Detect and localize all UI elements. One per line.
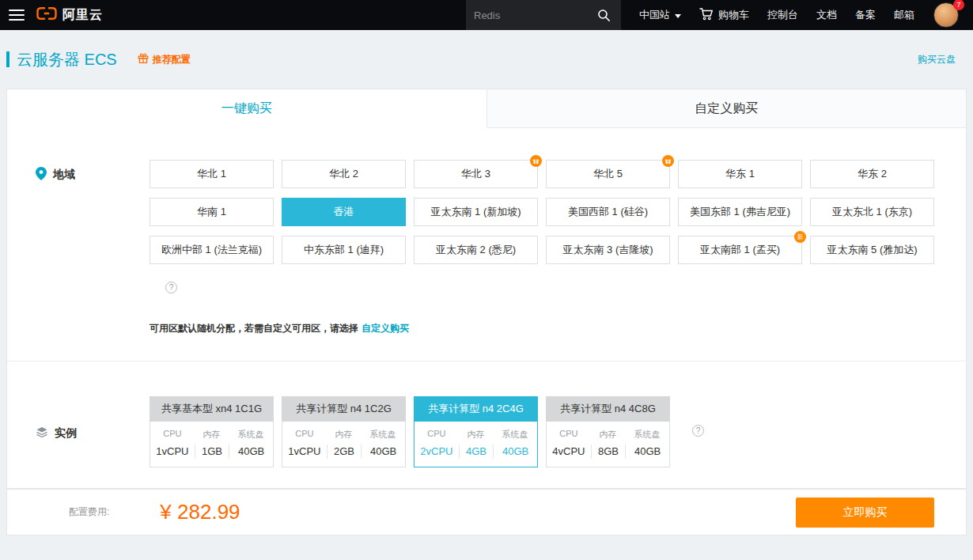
region-button[interactable]: 欧洲中部 1 (法兰克福) [150, 236, 274, 264]
spec-value-memory: 4GB [459, 445, 493, 459]
nav-docs[interactable]: 文档 [816, 8, 837, 22]
region-button[interactable]: 华北 2 [282, 160, 406, 188]
region-button[interactable]: 亚太东南 5 (雅加达) [810, 236, 934, 264]
promo-gift-badge [662, 155, 674, 167]
instance-card-specs: CPU 内存 系统盘 2vCPU 4GB 40GB [414, 422, 538, 467]
region-button[interactable]: 亚太东南 1 (新加坡) [414, 198, 538, 226]
region-button-label: 亚太东北 1 (东京) [832, 205, 912, 219]
region-button[interactable]: 华北 3 [414, 160, 538, 188]
site-region-label: 中国站 [639, 8, 670, 22]
new-badge: 新 [794, 231, 806, 243]
spec-value-cpu: 4vCPU [547, 445, 591, 459]
aliyun-logo[interactable]: 阿里云 [36, 7, 103, 24]
region-button-label: 华东 2 [858, 167, 887, 181]
custom-buy-link[interactable]: 自定义购买 [362, 323, 409, 334]
region-button[interactable]: 华东 1 [678, 160, 802, 188]
instance-card-title-text: 共享基本型 xn4 1C1G [161, 402, 262, 416]
instance-cards: 共享基本型 xn4 1C1G CPU 内存 系统盘 1vCPU 1GB 40GB… [150, 396, 966, 467]
region-button[interactable]: 美国西部 1 (硅谷) [546, 198, 670, 226]
region-button[interactable]: 亚太东南 3 (吉隆坡) [546, 236, 670, 264]
instance-card-specs: CPU 内存 系统盘 1vCPU 1GB 40GB [150, 422, 274, 467]
region-button-label: 中东东部 1 (迪拜) [304, 243, 384, 257]
region-button[interactable]: 华东 2 [810, 160, 934, 188]
region-button-label: 华北 2 [329, 167, 358, 181]
region-button-label: 美国东部 1 (弗吉尼亚) [690, 205, 790, 219]
instance-card-n4-1c2g[interactable]: 共享计算型 n4 1C2G CPU 内存 系统盘 1vCPU 2GB 40GB [282, 396, 406, 467]
region-button[interactable]: 亚太东南 2 (悉尼) [414, 236, 538, 264]
region-button-label: 华北 5 [593, 167, 623, 181]
instance-section-title: 实例 [55, 426, 77, 441]
nav-cart[interactable]: 购物车 [699, 7, 749, 23]
region-section: 地域 华北 1 华北 2 华北 3 华北 5 华东 1 华东 2 华南 1 香港… [7, 128, 966, 361]
spec-label-disk: 系统盘 [361, 429, 405, 441]
region-button-label: 欧洲中部 1 (法兰克福) [161, 243, 262, 257]
instance-card-title-text: 共享计算型 n4 1C2G [296, 402, 392, 416]
region-button-selected[interactable]: 香港 [282, 198, 406, 226]
instance-card-specs: CPU 内存 系统盘 4vCPU 8GB 40GB [546, 422, 670, 467]
search-input[interactable] [474, 9, 594, 21]
notification-badge: 7 [953, 0, 964, 10]
nav-mail[interactable]: 邮箱 [894, 8, 914, 22]
spec-label-disk: 系统盘 [493, 429, 537, 441]
promo-gift-badge [530, 155, 542, 167]
availability-zone-note: 可用区默认随机分配，若需自定义可用区，请选择自定义购买 [150, 322, 966, 361]
region-button[interactable]: 中东东部 1 (迪拜) [282, 236, 406, 264]
hamburger-menu-icon[interactable] [0, 0, 33, 30]
nav-console[interactable]: 控制台 [767, 8, 798, 22]
region-row: 华南 1 香港 亚太东南 1 (新加坡) 美国西部 1 (硅谷) 美国东部 1 … [150, 198, 966, 226]
buy-now-button[interactable]: 立即购买 [796, 498, 934, 528]
nav-beian[interactable]: 备案 [855, 8, 876, 22]
region-button[interactable]: 美国东部 1 (弗吉尼亚) [678, 198, 802, 226]
instance-card-n4-4c8g[interactable]: 共享计算型 n4 4C8G CPU 内存 系统盘 4vCPU 8GB 40GB [546, 396, 670, 467]
spec-labels: CPU 内存 系统盘 [547, 429, 669, 441]
spec-value-memory: 2GB [327, 445, 361, 459]
checkout-bar: 配置费用: ¥ 282.99 立即购买 [6, 489, 967, 535]
instance-section-label: 实例 [36, 426, 150, 441]
region-button-label: 亚太东南 1 (新加坡) [430, 205, 521, 219]
availability-zone-note-text: 可用区默认随机分配，若需自定义可用区，请选择 [150, 323, 358, 334]
spec-label-memory: 内存 [459, 429, 493, 441]
region-button[interactable]: 亚太南部 1 (孟买) 新 [678, 236, 802, 264]
cart-icon [699, 7, 714, 23]
region-button-label: 亚太南部 1 (孟买) [700, 243, 780, 257]
region-button[interactable]: 华北 5 [546, 160, 670, 188]
page-title: 云服务器 ECS [6, 49, 117, 70]
spec-value-memory: 8GB [591, 445, 625, 459]
help-icon[interactable] [692, 425, 704, 437]
region-row: 欧洲中部 1 (法兰克福) 中东东部 1 (迪拜) 亚太东南 2 (悉尼) 亚太… [150, 236, 966, 264]
tab-one-click-buy[interactable]: 一键购买 [7, 89, 486, 128]
user-avatar[interactable]: 7 [933, 2, 959, 28]
layers-icon [36, 426, 48, 441]
instance-card-title: 共享计算型 n4 2C4G [414, 396, 538, 422]
instance-card-title: 共享计算型 n4 1C2G [282, 396, 406, 422]
site-region-selector[interactable]: 中国站 [639, 8, 681, 22]
region-button[interactable]: 亚太东北 1 (东京) [810, 198, 934, 226]
instance-card-specs: CPU 内存 系统盘 1vCPU 2GB 40GB [282, 422, 406, 467]
region-button[interactable]: 华北 1 [150, 160, 274, 188]
search-icon[interactable] [594, 6, 613, 25]
spec-value-cpu: 1vCPU [282, 445, 327, 459]
region-button-label: 华东 1 [725, 167, 755, 181]
help-icon[interactable] [165, 282, 177, 293]
purchase-tabs: 一键购买 自定义购买 [7, 89, 966, 128]
topbar-search [466, 0, 621, 30]
price-total: ¥ 282.99 [160, 500, 240, 524]
region-section-title: 地域 [53, 168, 75, 182]
spec-values: 1vCPU 1GB 40GB [150, 445, 273, 459]
purchase-panel: 一键购买 自定义购买 地域 华北 1 华北 2 华北 3 华北 5 [6, 89, 967, 489]
instance-card-n4-2c4g-selected[interactable]: 共享计算型 n4 2C4G CPU 内存 系统盘 2vCPU 4GB 40GB [414, 396, 538, 467]
region-button[interactable]: 华南 1 [150, 198, 274, 226]
aliyun-logo-text: 阿里云 [62, 7, 103, 24]
chevron-down-icon [675, 14, 681, 18]
location-pin-icon [36, 167, 47, 183]
spec-label-disk: 系统盘 [229, 429, 273, 441]
instance-card-title: 共享计算型 n4 4C8G [546, 396, 670, 422]
instance-card-xn4-1c1g[interactable]: 共享基本型 xn4 1C1G CPU 内存 系统盘 1vCPU 1GB 40GB [150, 396, 274, 467]
spec-labels: CPU 内存 系统盘 [150, 429, 273, 441]
instance-card-title-text: 共享计算型 n4 4C8G [560, 402, 656, 416]
spec-label-cpu: CPU [150, 429, 195, 441]
buy-cloud-disk-link[interactable]: 购买云盘 [918, 53, 956, 66]
spec-value-memory: 1GB [195, 445, 229, 459]
tab-custom-buy[interactable]: 自定义购买 [486, 89, 967, 128]
recommended-config-link[interactable]: 推荐配置 [138, 53, 191, 66]
